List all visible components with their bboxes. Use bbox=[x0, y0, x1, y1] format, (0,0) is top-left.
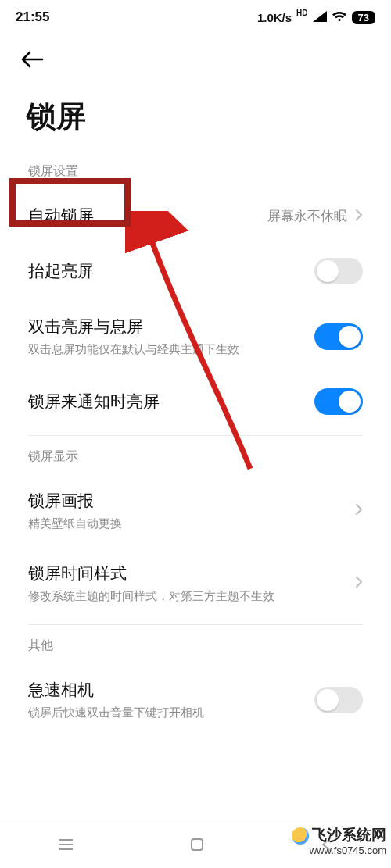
back-row bbox=[0, 34, 391, 77]
toggle-quick-camera[interactable] bbox=[314, 687, 363, 713]
row-wallpaper[interactable]: 锁屏画报 精美壁纸自动更换 bbox=[0, 474, 391, 547]
nav-home-icon[interactable] bbox=[189, 837, 205, 855]
toggle-double-tap[interactable] bbox=[314, 323, 363, 350]
status-right: 1.0K/s HD 73 bbox=[257, 11, 375, 24]
back-button[interactable] bbox=[20, 47, 44, 73]
row-subtitle: 精美壁纸自动更换 bbox=[28, 516, 122, 531]
signal-icon bbox=[313, 11, 327, 24]
row-title: 锁屏来通知时亮屏 bbox=[28, 391, 160, 413]
row-value: 屏幕永不休眠 bbox=[267, 207, 347, 225]
row-quick-camera[interactable]: 急速相机 锁屏后快速双击音量下键打开相机 bbox=[0, 663, 391, 736]
status-time: 21:55 bbox=[16, 9, 49, 25]
watermark-logo-icon bbox=[292, 827, 309, 845]
toggle-raise-wake[interactable] bbox=[314, 258, 363, 284]
phone-frame: 21:55 1.0K/s HD 73 锁屏 锁屏设置 自动锁屏 屏幕永不休眠 bbox=[0, 0, 391, 868]
watermark-line2: www.fs0745.com bbox=[292, 845, 386, 857]
row-double-tap[interactable]: 双击亮屏与息屏 双击息屏功能仅在默认与经典主题下生效 bbox=[0, 300, 391, 373]
row-time-style[interactable]: 锁屏时间样式 修改系统主题的时间样式，对第三方主题不生效 bbox=[0, 547, 391, 620]
row-title: 锁屏时间样式 bbox=[28, 563, 274, 584]
nav-recents-icon[interactable] bbox=[57, 838, 74, 855]
battery-badge: 73 bbox=[352, 11, 375, 24]
row-subtitle: 锁屏后快速双击音量下键打开相机 bbox=[28, 705, 204, 720]
watermark: 飞沙系统网 www.fs0745.com bbox=[292, 827, 386, 857]
page-title: 锁屏 bbox=[0, 77, 391, 155]
svg-rect-3 bbox=[192, 839, 203, 850]
status-bar: 21:55 1.0K/s HD 73 bbox=[0, 0, 391, 34]
row-title: 双击亮屏与息屏 bbox=[28, 316, 239, 338]
row-notify-wake[interactable]: 锁屏来通知时亮屏 bbox=[0, 373, 391, 430]
wifi-icon bbox=[332, 11, 347, 24]
divider bbox=[28, 435, 363, 436]
row-title: 急速相机 bbox=[28, 679, 204, 701]
section-lock-display: 锁屏显示 bbox=[0, 441, 391, 474]
chevron-right-icon bbox=[355, 502, 363, 520]
toggle-notify-wake[interactable] bbox=[314, 388, 363, 415]
section-other: 其他 bbox=[0, 630, 391, 663]
row-title: 锁屏画报 bbox=[28, 490, 122, 512]
chevron-right-icon bbox=[355, 207, 363, 225]
hd-indicator: HD bbox=[296, 9, 307, 17]
net-speed: 1.0K/s bbox=[257, 11, 292, 24]
chevron-right-icon bbox=[355, 574, 363, 592]
row-raise-wake[interactable]: 抬起亮屏 bbox=[0, 242, 391, 300]
row-title: 抬起亮屏 bbox=[28, 260, 94, 282]
row-subtitle: 修改系统主题的时间样式，对第三方主题不生效 bbox=[28, 589, 274, 604]
annotation-highlight-box bbox=[9, 178, 131, 227]
row-subtitle: 双击息屏功能仅在默认与经典主题下生效 bbox=[28, 342, 239, 357]
watermark-line1: 飞沙系统网 bbox=[312, 827, 386, 843]
divider bbox=[28, 624, 363, 625]
